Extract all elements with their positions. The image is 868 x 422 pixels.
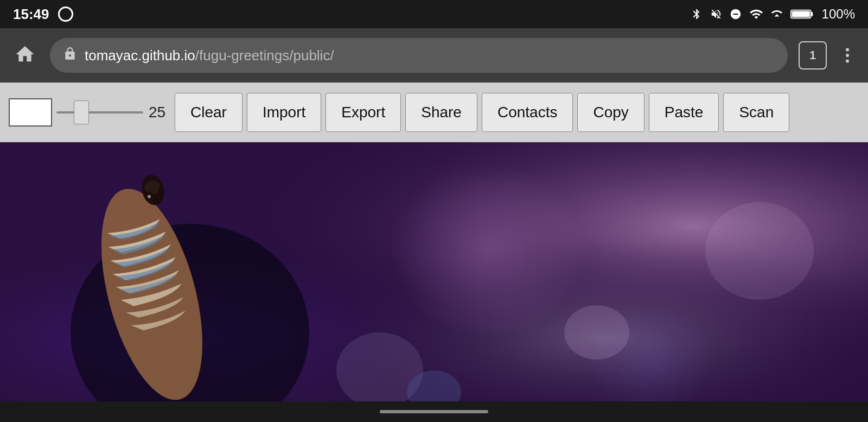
status-circle-icon bbox=[58, 7, 73, 22]
contacts-button[interactable]: Contacts bbox=[482, 93, 573, 132]
tab-count-button[interactable]: 1 bbox=[799, 41, 827, 70]
svg-point-14 bbox=[564, 305, 629, 360]
bluetooth-icon bbox=[691, 7, 703, 22]
color-swatch[interactable] bbox=[9, 98, 52, 127]
browser-bar: tomayac.github.io/fugu-greetings/public/… bbox=[0, 28, 868, 83]
slider-container: 25 bbox=[56, 104, 170, 121]
svg-point-12 bbox=[705, 202, 814, 300]
tab-count: 1 bbox=[809, 48, 816, 62]
lock-icon bbox=[63, 47, 77, 65]
svg-rect-1 bbox=[810, 12, 813, 16]
status-right: 100% bbox=[691, 7, 855, 22]
status-left: 15:49 bbox=[13, 6, 73, 23]
home-indicator bbox=[380, 410, 488, 413]
main-content bbox=[0, 142, 868, 422]
battery-percent: 100% bbox=[822, 7, 855, 22]
browser-actions: 1 bbox=[799, 41, 857, 70]
brush-size-slider[interactable] bbox=[56, 111, 143, 114]
status-time: 15:49 bbox=[13, 6, 49, 23]
copy-button[interactable]: Copy bbox=[577, 93, 644, 132]
status-bar: 15:49 100% bbox=[0, 0, 868, 28]
import-button[interactable]: Import bbox=[247, 93, 321, 132]
svg-rect-2 bbox=[792, 11, 809, 17]
slider-value: 25 bbox=[149, 104, 170, 121]
mute-icon bbox=[710, 7, 722, 22]
svg-point-4 bbox=[846, 54, 849, 57]
home-button[interactable] bbox=[11, 41, 39, 70]
bottom-bar bbox=[0, 401, 868, 422]
clear-button[interactable]: Clear bbox=[175, 93, 242, 132]
browser-menu-button[interactable] bbox=[838, 46, 857, 65]
svg-point-10 bbox=[391, 164, 586, 338]
signal-icon bbox=[771, 7, 783, 22]
toolbar: 25 Clear Import Export Share Contacts Co… bbox=[0, 83, 868, 142]
svg-point-3 bbox=[846, 48, 849, 52]
battery-icon bbox=[790, 7, 814, 22]
svg-point-5 bbox=[846, 60, 849, 63]
background-image bbox=[0, 142, 868, 422]
url-text: tomayac.github.io/fugu-greetings/public/ bbox=[85, 47, 334, 64]
paste-button[interactable]: Paste bbox=[649, 93, 719, 132]
scan-button[interactable]: Scan bbox=[723, 93, 789, 132]
wifi-icon bbox=[749, 7, 763, 22]
dnd-icon bbox=[730, 7, 742, 22]
export-button[interactable]: Export bbox=[326, 93, 401, 132]
home-icon bbox=[14, 43, 36, 67]
address-bar[interactable]: tomayac.github.io/fugu-greetings/public/ bbox=[50, 38, 788, 73]
url-path: /fugu-greetings/public/ bbox=[195, 47, 334, 64]
url-domain: tomayac.github.io bbox=[85, 47, 195, 64]
share-button[interactable]: Share bbox=[405, 93, 477, 132]
